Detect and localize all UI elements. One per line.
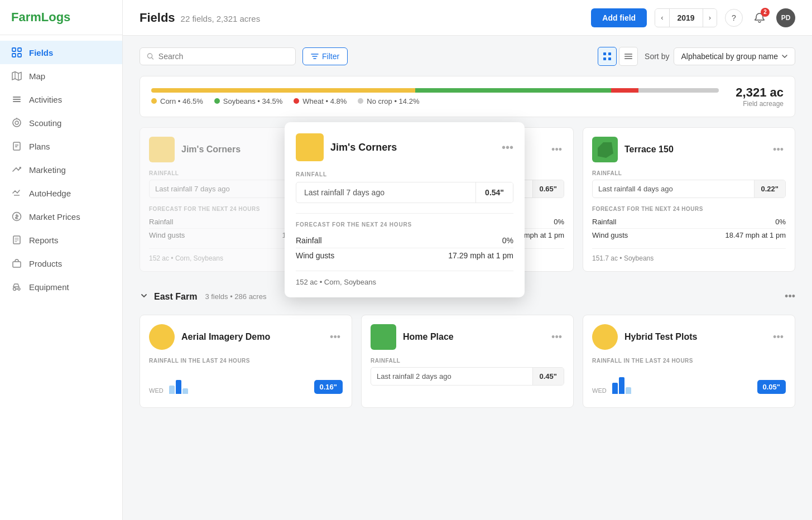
sidebar: FarmLogs Fields [0, 0, 123, 520]
field-card-aerial[interactable]: Aerial Imagery Demo ••• RAINFALL IN THE … [140, 315, 352, 408]
field-name: Home Place [403, 332, 542, 342]
svg-rect-3 [18, 54, 21, 57]
svg-rect-19 [603, 57, 606, 60]
sidebar-item-label: Activities [29, 95, 62, 104]
sidebar-item-market-prices[interactable]: Market Prices [0, 205, 122, 228]
svg-rect-1 [18, 48, 21, 51]
grid-view-button[interactable] [598, 47, 617, 66]
field-more-button[interactable]: ••• [328, 329, 343, 345]
field-more-button[interactable]: ••• [771, 142, 786, 158]
svg-rect-2 [12, 54, 16, 57]
rainfall-chart-row: WED 0.16" [149, 367, 343, 398]
autohedge-icon [11, 187, 22, 199]
field-card-terrace-150[interactable]: Terrace 150 ••• RAINFALL Last rainfall 4… [583, 127, 795, 272]
field-more-button[interactable]: ••• [771, 329, 786, 345]
field-card-header: Terrace 150 ••• [592, 137, 786, 162]
sidebar-item-label: AutoHedge [29, 189, 71, 198]
rainfall-row: Last rainfall 2 days ago 0.45" [371, 367, 564, 386]
forecast-wind-row: Wind gusts 18.47 mph at 1 pm [592, 228, 786, 242]
notifications-button[interactable]: 2 [751, 9, 768, 27]
sidebar-nav: Fields Map [0, 35, 122, 304]
sidebar-item-label: Marketing [29, 165, 66, 175]
avatar[interactable]: PD [776, 8, 795, 27]
field-card-header: Home Place ••• [371, 324, 564, 350]
sidebar-item-label: Scouting [29, 118, 61, 128]
field-card-header: Aerial Imagery Demo ••• [149, 324, 343, 350]
filter-button[interactable]: Filter [302, 47, 348, 65]
rainfall-label: RAINFALL [371, 358, 564, 364]
acreage-label: Field acreage [736, 100, 784, 108]
rainfall-value: 0.22" [754, 180, 785, 198]
sidebar-item-reports[interactable]: Reports [0, 228, 122, 252]
popup-forecast-rainfall-row: Rainfall 0% [296, 233, 513, 248]
legend-soybeans: Soybeans • 34.5% [214, 97, 282, 105]
popup-forecast-wind-val: 17.29 mph at 1 pm [448, 251, 513, 260]
rainfall-badge: 0.05" [757, 380, 786, 394]
east-farm-fields-grid: Aerial Imagery Demo ••• RAINFALL IN THE … [140, 315, 795, 408]
field-more-button[interactable]: ••• [549, 329, 564, 345]
legend-wheat: Wheat • 4.8% [294, 97, 347, 105]
bar [612, 383, 618, 394]
popup-footer: 152 ac • Corn, Soybeans [296, 271, 513, 286]
year-value: 2019 [669, 9, 703, 27]
svg-rect-21 [624, 54, 632, 55]
field-card-hybrid[interactable]: Hybrid Test Plots ••• RAINFALL IN THE LA… [583, 315, 795, 408]
popup-rainfall-value: 0.54" [475, 182, 513, 203]
year-next-button[interactable]: › [703, 9, 717, 26]
acreage-number: 2,321 ac [736, 85, 784, 100]
field-more-button[interactable]: ••• [549, 142, 564, 158]
sidebar-item-scouting[interactable]: Scouting [0, 111, 122, 134]
map-icon [11, 70, 22, 81]
svg-point-8 [15, 121, 18, 124]
filter-icon [311, 52, 319, 60]
field-card-homeplace[interactable]: Home Place ••• RAINFALL Last rainfall 2 … [361, 315, 574, 408]
search-input[interactable] [158, 52, 289, 61]
forecast-wind-val: 18.47 mph at 1 pm [725, 231, 786, 239]
popup-forecast-rainfall-val: 0% [502, 236, 513, 245]
sort-section: Sort by Alphabetical by group name [645, 47, 795, 65]
field-thumbnail [149, 324, 175, 350]
rainfall-label: RAINFALL IN THE LAST 24 HOURS [149, 358, 343, 364]
rainfall-row: Last rainfall 4 days ago 0.22" [592, 180, 786, 198]
nocrop-dot [358, 98, 363, 104]
farm-group-more-button[interactable]: ••• [785, 291, 795, 302]
sidebar-item-equipment[interactable]: Equipment [0, 275, 122, 298]
group-toggle[interactable] [140, 291, 148, 302]
sidebar-item-map[interactable]: Map [0, 64, 122, 88]
crop-bar-container: Corn • 46.5% Soybeans • 34.5% Wheat • 4.… [151, 88, 719, 105]
farm-group-meta: 3 fields • 286 acres [205, 292, 266, 301]
chart-day-label: WED [592, 387, 607, 394]
sort-dropdown[interactable]: Alphabetical by group name [674, 47, 795, 65]
rainfall-text: Last rainfall 4 days ago [593, 180, 754, 198]
year-prev-button[interactable]: ‹ [655, 9, 669, 26]
sidebar-item-activities[interactable]: Activities [0, 88, 122, 111]
sidebar-item-plans[interactable]: Plans [0, 134, 122, 158]
svg-rect-10 [13, 142, 20, 150]
header-right: Add field ‹ 2019 › ? 2 PD [591, 8, 795, 27]
notifications-badge: 2 [761, 8, 770, 17]
help-button[interactable]: ? [725, 9, 743, 27]
sidebar-item-marketing[interactable]: Marketing [0, 158, 122, 181]
field-thumbnail [371, 324, 396, 350]
rainfall-text: Last rainfall 2 days ago [371, 368, 532, 385]
popup-field-name: Jim's Corners [330, 142, 495, 153]
year-nav: ‹ 2019 › [655, 8, 717, 27]
popup-rainfall-text: Last rainfall 7 days ago [296, 182, 475, 203]
bar [176, 380, 181, 394]
svg-point-7 [13, 119, 21, 127]
forecast-rainfall-val: 0% [554, 218, 564, 226]
sidebar-item-products[interactable]: Products [0, 252, 122, 275]
rainfall-value: 0.45" [532, 368, 564, 385]
wheat-dot [294, 98, 299, 104]
popup-more-button[interactable]: ••• [502, 141, 513, 154]
popup-card-jims-corners[interactable]: Jim's Corners ••• RAINFALL Last rainfall… [285, 122, 525, 297]
products-icon [11, 258, 22, 269]
list-view-button[interactable] [619, 47, 638, 66]
svg-rect-4 [13, 97, 21, 98]
sidebar-item-label: Map [29, 71, 45, 81]
field-name: Hybrid Test Plots [624, 332, 764, 342]
bar [182, 388, 188, 394]
sidebar-item-fields[interactable]: Fields [0, 41, 122, 64]
add-field-button[interactable]: Add field [591, 8, 647, 27]
sidebar-item-autohedge[interactable]: AutoHedge [0, 181, 122, 205]
